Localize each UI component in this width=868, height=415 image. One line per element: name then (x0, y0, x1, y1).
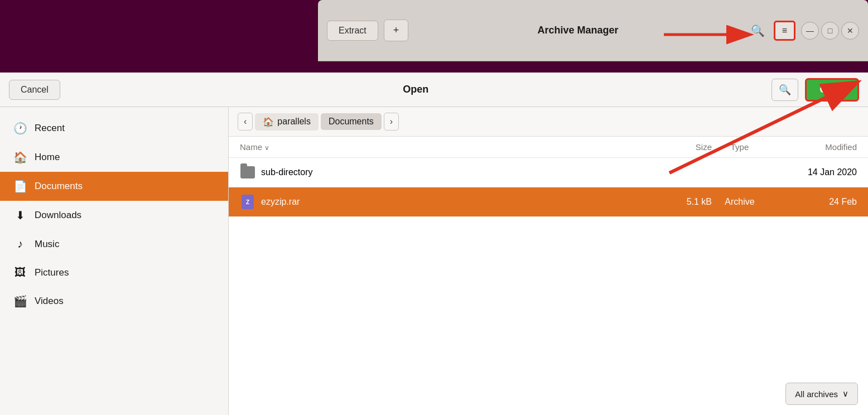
breadcrumb-nav: ‹ 🏠 parallels Documents › (229, 107, 868, 137)
file-type-ezyzip: Archive (712, 197, 768, 207)
dialog-header: Cancel Open 🔍 Open (0, 73, 868, 107)
folder-icon (240, 165, 255, 180)
sidebar-item-recent[interactable]: 🕐 Recent (0, 114, 228, 143)
dialog-search-button[interactable]: 🔍 (771, 79, 798, 101)
dialog-body: 🕐 Recent 🏠 Home 📄 Documents ⬇ Downloads … (0, 107, 868, 415)
open-button[interactable]: Open (805, 78, 859, 102)
recent-icon: 🕐 (13, 122, 27, 135)
file-modified-subdirectory: 14 Jan 2020 (768, 167, 857, 177)
chevron-down-icon: ∨ (842, 389, 848, 399)
open-dialog: Cancel Open 🔍 Open 🕐 Recent 🏠 Home 📄 Doc… (0, 73, 868, 415)
sidebar-item-pictures[interactable]: 🖼 Pictures (0, 258, 228, 287)
pictures-icon: 🖼 (13, 266, 27, 279)
breadcrumb-documents[interactable]: Documents (321, 113, 382, 130)
sidebar-item-documents-label: Documents (35, 181, 83, 192)
home-icon: 🏠 (13, 151, 27, 164)
file-list-header: Name ∨ Size Type Modified (229, 137, 868, 158)
maximize-button[interactable]: □ (821, 22, 839, 40)
file-modified-ezyzip: 24 Feb (768, 197, 857, 207)
music-icon: ♪ (13, 238, 27, 250)
sidebar-item-music[interactable]: ♪ Music (0, 230, 228, 258)
column-modified-header[interactable]: Modified (768, 142, 857, 152)
sidebar-item-home-label: Home (35, 152, 60, 163)
close-button[interactable]: ✕ (841, 22, 859, 40)
file-name-ezyzip: ezyzip.rar (261, 197, 656, 207)
breadcrumb-home[interactable]: 🏠 parallels (255, 113, 319, 131)
sort-arrow: ∨ (264, 144, 269, 152)
downloads-icon: ⬇ (13, 209, 27, 222)
documents-icon: 📄 (13, 180, 27, 193)
column-size-header[interactable]: Size (656, 142, 712, 152)
videos-icon: 🎬 (13, 295, 27, 308)
file-name-subdirectory: sub-directory (261, 167, 656, 177)
menu-button[interactable]: ≡ (774, 21, 795, 41)
sidebar-item-downloads-label: Downloads (35, 210, 81, 221)
all-archives-label: All archives (795, 389, 838, 399)
main-file-area: ‹ 🏠 parallels Documents › Name ∨ Size Ty… (229, 107, 868, 415)
sidebar: 🕐 Recent 🏠 Home 📄 Documents ⬇ Downloads … (0, 107, 229, 415)
sidebar-item-pictures-label: Pictures (35, 267, 69, 278)
home-breadcrumb-icon: 🏠 (263, 117, 274, 127)
sidebar-item-home[interactable]: 🏠 Home (0, 143, 228, 172)
file-row-subdirectory[interactable]: sub-directory 14 Jan 2020 (229, 158, 868, 187)
archive-manager-titlebar: Extract + Archive Manager 🔍 ≡ — □ ✕ (318, 0, 868, 61)
dialog-title: Open (67, 84, 765, 95)
extract-button[interactable]: Extract (327, 21, 378, 41)
forward-button[interactable]: › (384, 113, 399, 131)
sidebar-item-videos[interactable]: 🎬 Videos (0, 287, 228, 316)
search-button[interactable]: 🔍 (748, 21, 768, 41)
breadcrumb-parallels-label: parallels (277, 117, 311, 127)
archive-icon: Z (240, 194, 255, 210)
sidebar-item-videos-label: Videos (35, 296, 64, 307)
window-controls: — □ ✕ (801, 22, 859, 40)
file-row-ezyzip[interactable]: Z ezyzip.rar 5.1 kB Archive 24 Feb (229, 187, 868, 217)
column-name-header[interactable]: Name ∨ (240, 142, 656, 152)
sidebar-item-music-label: Music (35, 239, 59, 250)
file-size-ezyzip: 5.1 kB (656, 197, 712, 207)
column-type-header[interactable]: Type (712, 142, 768, 152)
minimize-button[interactable]: — (801, 22, 819, 40)
back-button[interactable]: ‹ (238, 113, 253, 131)
breadcrumb-documents-label: Documents (329, 117, 374, 127)
all-archives-dropdown[interactable]: All archives ∨ (785, 383, 858, 405)
sidebar-item-downloads[interactable]: ⬇ Downloads (0, 201, 228, 230)
cancel-button[interactable]: Cancel (9, 80, 60, 100)
sidebar-item-recent-label: Recent (35, 123, 65, 134)
archive-manager-title: Archive Manager (414, 25, 741, 36)
new-archive-button[interactable]: + (384, 20, 409, 41)
sidebar-item-documents[interactable]: 📄 Documents (0, 172, 228, 201)
